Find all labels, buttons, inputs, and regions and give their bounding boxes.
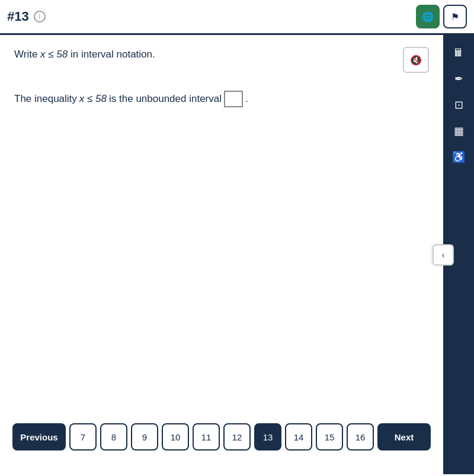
main-content: Write x ≤ 58 in interval notation. 🔇 The…: [0, 35, 474, 474]
right-sidebar: ‹ 🖩 ✒ ⊡ ▦ ♿: [443, 35, 474, 474]
previous-button[interactable]: Previous: [12, 423, 66, 451]
page-14-button[interactable]: 14: [285, 423, 312, 451]
prompt-end: in interval notation.: [71, 49, 155, 60]
question-header: Write x ≤ 58 in interval notation. 🔇: [14, 47, 429, 73]
pagination: Previous 7 8 9 10 11 12 13 14 15 16 Next: [0, 423, 443, 451]
calendar-icon[interactable]: ▦: [447, 119, 470, 143]
header-left: #13 i: [7, 9, 46, 24]
page-7-button[interactable]: 7: [69, 423, 97, 451]
content-area: Write x ≤ 58 in interval notation. 🔇 The…: [0, 35, 443, 474]
header-buttons: 🌐 ⚑: [416, 5, 467, 28]
flag-button[interactable]: ⚑: [443, 5, 467, 28]
problem-number: #13: [7, 9, 29, 24]
period: .: [245, 91, 248, 107]
chevron-left-icon: ‹: [442, 250, 445, 260]
prompt-write: Write: [14, 49, 37, 60]
next-button[interactable]: Next: [377, 423, 431, 451]
globe-button[interactable]: 🌐: [416, 5, 440, 28]
answer-input[interactable]: [224, 91, 243, 107]
accessibility-icon[interactable]: ♿: [447, 145, 470, 169]
answer-math: x ≤ 58: [79, 91, 107, 107]
header: #13 i 🌐 ⚑: [0, 0, 474, 35]
question-math: x ≤ 58: [40, 49, 71, 60]
page-15-button[interactable]: 15: [316, 423, 343, 451]
page-10-button[interactable]: 10: [162, 423, 189, 451]
page-11-button[interactable]: 11: [193, 423, 220, 451]
page-16-button[interactable]: 16: [347, 423, 374, 451]
answer-line-mid: is the unbounded interval: [109, 91, 222, 107]
page-9-button[interactable]: 9: [131, 423, 158, 451]
info-icon[interactable]: i: [34, 11, 46, 23]
answer-area: The inequality x ≤ 58 is the unbounded i…: [14, 91, 429, 107]
pen-icon[interactable]: ✒: [447, 67, 470, 91]
question-text: Write x ≤ 58 in interval notation.: [14, 47, 155, 62]
answer-line-start: The inequality: [14, 91, 77, 107]
page-8-button[interactable]: 8: [100, 423, 127, 451]
audio-button[interactable]: 🔇: [403, 47, 429, 73]
collapse-button[interactable]: ‹: [433, 244, 454, 266]
page-12-button[interactable]: 12: [223, 423, 251, 451]
audio-icon: 🔇: [410, 55, 422, 66]
page-13-button[interactable]: 13: [254, 423, 281, 451]
envelope-icon[interactable]: ⊡: [447, 93, 470, 117]
calculator-icon[interactable]: 🖩: [447, 41, 470, 65]
